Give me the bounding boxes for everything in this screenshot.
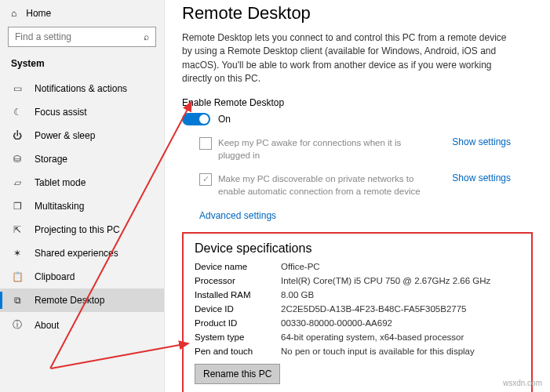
spec-key: Device ID <box>195 304 281 314</box>
sidebar-item-label: About <box>35 320 59 331</box>
rename-pc-button[interactable]: Rename this PC <box>195 364 280 384</box>
sidebar-item-label: Focus assist <box>35 107 87 118</box>
sidebar-item-label: Projecting to this PC <box>35 224 120 235</box>
home-icon: ⌂ <box>11 8 16 19</box>
sidebar-item-label: Clipboard <box>35 271 75 282</box>
sidebar: ⌂ Home ⌕ System ▭Notifications & actions… <box>0 0 165 392</box>
page-title: Remote Desktop <box>182 3 533 24</box>
spec-value: 00330-80000-00000-AA692 <box>281 318 520 328</box>
show-settings-link-2[interactable]: Show settings <box>452 172 511 183</box>
spec-value: No pen or touch input is available for t… <box>281 347 520 356</box>
keep-awake-label: Keep my PC awake for connections when it… <box>218 136 422 162</box>
spec-key: Processor <box>195 276 281 285</box>
page-description: Remote Desktop lets you connect to and c… <box>182 31 512 86</box>
toggle-state: On <box>218 114 231 125</box>
sidebar-item-focus-assist[interactable]: ☾Focus assist <box>0 100 164 124</box>
main-content: Remote Desktop Remote Desktop lets you c… <box>165 0 550 392</box>
home-label: Home <box>26 8 51 19</box>
power-icon: ⏻ <box>11 130 24 141</box>
sidebar-item-remote-desktop[interactable]: ⧉Remote Desktop <box>0 289 164 312</box>
spec-value: 64-bit operating system, x64-based proce… <box>281 332 520 342</box>
keep-awake-checkbox[interactable] <box>199 137 212 150</box>
spec-key: System type <box>195 332 281 342</box>
remote-icon: ⧉ <box>11 295 24 306</box>
spec-value: 2C2E5D5D-A13B-4F23-B48C-FA5F305B2775 <box>281 304 520 314</box>
sidebar-item-label: Remote Desktop <box>35 295 104 306</box>
sidebar-item-label: Storage <box>35 154 67 165</box>
sidebar-item-multitasking[interactable]: ❐Multitasking <box>0 194 164 218</box>
projecting-icon: ⇱ <box>11 224 24 235</box>
show-settings-link-1[interactable]: Show settings <box>452 136 511 147</box>
spec-value: Intel(R) Core(TM) i5 CPU 750 @ 2.67GHz 2… <box>281 276 520 285</box>
focus-icon: ☾ <box>11 107 24 118</box>
spec-key: Pen and touch <box>195 347 281 356</box>
storage-icon: ⛁ <box>11 154 24 165</box>
about-icon: ⓘ <box>11 318 24 332</box>
enable-label: Enable Remote Desktop <box>182 97 533 108</box>
search-icon: ⌕ <box>144 31 149 42</box>
multitasking-icon: ❐ <box>11 201 24 212</box>
sidebar-item-tablet-mode[interactable]: ▱Tablet mode <box>0 171 164 194</box>
sidebar-item-about[interactable]: ⓘAbout <box>0 312 164 338</box>
category-header: System <box>0 55 164 77</box>
search-input[interactable]: ⌕ <box>8 27 156 47</box>
shared-icon: ✶ <box>11 248 24 259</box>
sidebar-item-notifications-actions[interactable]: ▭Notifications & actions <box>0 77 164 100</box>
sidebar-item-shared-experiences[interactable]: ✶Shared experiences <box>0 241 164 265</box>
sidebar-item-clipboard[interactable]: 📋Clipboard <box>0 265 164 289</box>
sidebar-item-label: Power & sleep <box>35 130 95 141</box>
device-specifications: Device specifications Device nameOffice-… <box>182 232 533 392</box>
sidebar-item-projecting-to-this-pc[interactable]: ⇱Projecting to this PC <box>0 218 164 241</box>
spec-value: 8.00 GB <box>281 290 520 299</box>
spec-key: Product ID <box>195 318 281 328</box>
discoverable-checkbox[interactable]: ✓ <box>199 173 212 186</box>
home-link[interactable]: ⌂ Home <box>0 5 164 25</box>
notifications-icon: ▭ <box>11 83 24 94</box>
spec-title: Device specifications <box>195 241 520 256</box>
advanced-settings-link[interactable]: Advanced settings <box>199 210 533 221</box>
discoverable-label: Make my PC discoverable on private netwo… <box>218 172 422 198</box>
sidebar-item-power-sleep[interactable]: ⏻Power & sleep <box>0 124 164 147</box>
spec-key: Device name <box>195 262 281 271</box>
sidebar-item-label: Shared experiences <box>35 248 118 259</box>
spec-value: Office-PC <box>281 262 520 271</box>
sidebar-item-label: Notifications & actions <box>35 83 127 94</box>
clipboard-icon: 📋 <box>11 271 24 282</box>
sidebar-item-label: Tablet mode <box>35 177 86 188</box>
watermark: wsxdn.com <box>503 379 542 387</box>
sidebar-item-storage[interactable]: ⛁Storage <box>0 147 164 171</box>
search-field[interactable] <box>15 31 144 42</box>
enable-toggle[interactable] <box>182 113 210 125</box>
spec-key: Installed RAM <box>195 290 281 299</box>
tablet-icon: ▱ <box>11 177 24 188</box>
sidebar-item-label: Multitasking <box>35 201 84 212</box>
